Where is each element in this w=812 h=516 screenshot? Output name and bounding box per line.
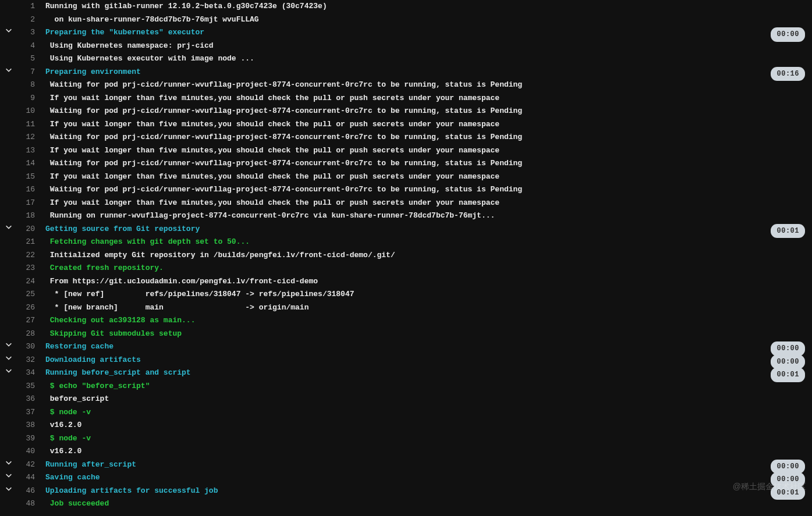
line-number[interactable]: 8 (17, 79, 37, 92)
line-number[interactable]: 35 (17, 380, 37, 393)
log-line: 22 Initialized empty Git repository in /… (0, 249, 812, 262)
log-line: 36 before_script (0, 393, 812, 406)
log-line: 26 * [new branch] main -> origin/main (0, 301, 812, 315)
line-number[interactable]: 37 (17, 406, 37, 419)
toggle-column (0, 354, 17, 362)
log-line: 17 If you wait longer than five minutes,… (0, 197, 812, 210)
line-number[interactable]: 48 (17, 497, 37, 511)
line-number[interactable]: 21 (17, 236, 37, 249)
line-number[interactable]: 23 (17, 262, 37, 275)
line-number[interactable]: 24 (17, 275, 37, 289)
toggle-column (0, 471, 17, 479)
log-line: 27 Checking out ac393128 as main... (0, 314, 812, 328)
line-number[interactable]: 1 (17, 0, 37, 13)
line-number[interactable]: 5 (17, 52, 37, 66)
log-text: Waiting for pod prj-cicd/runner-wvufllag… (37, 157, 812, 170)
line-number[interactable]: 7 (17, 66, 37, 79)
log-line: 28 Skipping Git submodules setup (0, 328, 812, 341)
line-number[interactable]: 25 (17, 288, 37, 301)
toggle-column (0, 66, 17, 74)
chevron-down-icon[interactable] (5, 26, 13, 34)
line-number[interactable]: 44 (17, 471, 37, 485)
log-line: 4 Using Kubernetes namespace: prj-cicd (0, 40, 812, 53)
line-number[interactable]: 16 (17, 183, 37, 197)
log-section-header[interactable]: 3Preparing the "kubernetes" executor00:0… (0, 26, 812, 40)
line-number[interactable]: 26 (17, 301, 37, 315)
chevron-down-icon[interactable] (5, 354, 13, 362)
log-section-header[interactable]: 30Restoring cache00:00 (0, 340, 812, 354)
line-number[interactable]: 32 (17, 354, 37, 367)
line-number[interactable]: 27 (17, 314, 37, 328)
line-number[interactable]: 30 (17, 340, 37, 354)
log-text: before_script (37, 393, 812, 406)
log-section-header[interactable]: 44Saving cache00:00 (0, 471, 812, 485)
log-line: 9 If you wait longer than five minutes,y… (0, 92, 812, 105)
chevron-down-icon[interactable] (5, 223, 13, 231)
log-line: 38 v16.2.0 (0, 419, 812, 432)
chevron-down-icon[interactable] (5, 471, 13, 479)
line-number[interactable]: 4 (17, 40, 37, 53)
line-number[interactable]: 36 (17, 393, 37, 406)
line-number[interactable]: 10 (17, 105, 37, 118)
line-number[interactable]: 40 (17, 445, 37, 458)
toggle-column (0, 366, 17, 375)
log-text: Waiting for pod prj-cicd/runner-wvufllag… (37, 183, 812, 197)
log-section-header[interactable]: 20Getting source from Git repository00:0… (0, 223, 812, 236)
line-number[interactable]: 38 (17, 419, 37, 432)
log-text: Preparing the "kubernetes" executor (37, 26, 812, 40)
log-text: * [new branch] main -> origin/main (37, 301, 812, 315)
log-text: Restoring cache (37, 340, 812, 354)
log-text: Waiting for pod prj-cicd/runner-wvufllag… (37, 79, 812, 92)
line-number[interactable]: 13 (17, 144, 37, 158)
line-number[interactable]: 46 (17, 485, 37, 498)
chevron-down-icon[interactable] (5, 458, 13, 467)
log-text: Running on runner-wvufllag-project-8774-… (37, 209, 812, 223)
chevron-down-icon[interactable] (5, 366, 13, 375)
toggle-column (0, 340, 17, 348)
line-number[interactable]: 12 (17, 131, 37, 144)
log-text: If you wait longer than five minutes,you… (37, 170, 812, 184)
chevron-down-icon[interactable] (5, 66, 13, 74)
line-number[interactable]: 17 (17, 197, 37, 210)
line-number[interactable]: 15 (17, 170, 37, 184)
log-section-header[interactable]: 32Downloading artifacts00:00 (0, 354, 812, 367)
log-text: v16.2.0 (37, 419, 812, 432)
log-text: Using Kubernetes namespace: prj-cicd (37, 40, 812, 53)
toggle-column (0, 458, 17, 467)
log-text: Saving cache (37, 471, 812, 485)
log-line: 10 Waiting for pod prj-cicd/runner-wvufl… (0, 105, 812, 118)
chevron-down-icon[interactable] (5, 340, 13, 348)
line-number[interactable]: 22 (17, 249, 37, 262)
log-line: 39 $ node -v (0, 432, 812, 446)
line-number[interactable]: 34 (17, 366, 37, 380)
log-section-header[interactable]: 7Preparing environment00:16 (0, 66, 812, 79)
log-text: Downloading artifacts (37, 354, 812, 367)
toggle-column (0, 223, 17, 231)
log-text: Skipping Git submodules setup (37, 328, 812, 341)
log-section-header[interactable]: 34Running before_script and script00:01 (0, 366, 812, 380)
line-number[interactable]: 2 (17, 13, 37, 27)
log-line: 24 From https://git.ucloudadmin.com/peng… (0, 275, 812, 289)
log-line: 23 Created fresh repository. (0, 262, 812, 275)
log-line: 8 Waiting for pod prj-cicd/runner-wvufll… (0, 79, 812, 92)
log-line: 37 $ node -v (0, 406, 812, 419)
log-line: 16 Waiting for pod prj-cicd/runner-wvufl… (0, 183, 812, 197)
log-section-header[interactable]: 46Uploading artifacts for successful job… (0, 485, 812, 498)
line-number[interactable]: 20 (17, 223, 37, 236)
log-text: Using Kubernetes executor with image nod… (37, 52, 812, 66)
line-number[interactable]: 14 (17, 157, 37, 170)
line-number[interactable]: 3 (17, 26, 37, 40)
log-text: $ echo "before_script" (37, 380, 812, 393)
log-text: Getting source from Git repository (37, 223, 812, 236)
line-number[interactable]: 28 (17, 328, 37, 341)
log-text: * [new ref] refs/pipelines/318047 -> ref… (37, 288, 812, 301)
line-number[interactable]: 9 (17, 92, 37, 105)
chevron-down-icon[interactable] (5, 485, 13, 493)
line-number[interactable]: 18 (17, 209, 37, 223)
line-number[interactable]: 42 (17, 458, 37, 472)
log-text: Running before_script and script (37, 366, 812, 380)
line-number[interactable]: 11 (17, 118, 37, 131)
log-line: 13 If you wait longer than five minutes,… (0, 144, 812, 158)
log-section-header[interactable]: 42Running after_script00:00 (0, 458, 812, 472)
line-number[interactable]: 39 (17, 432, 37, 446)
